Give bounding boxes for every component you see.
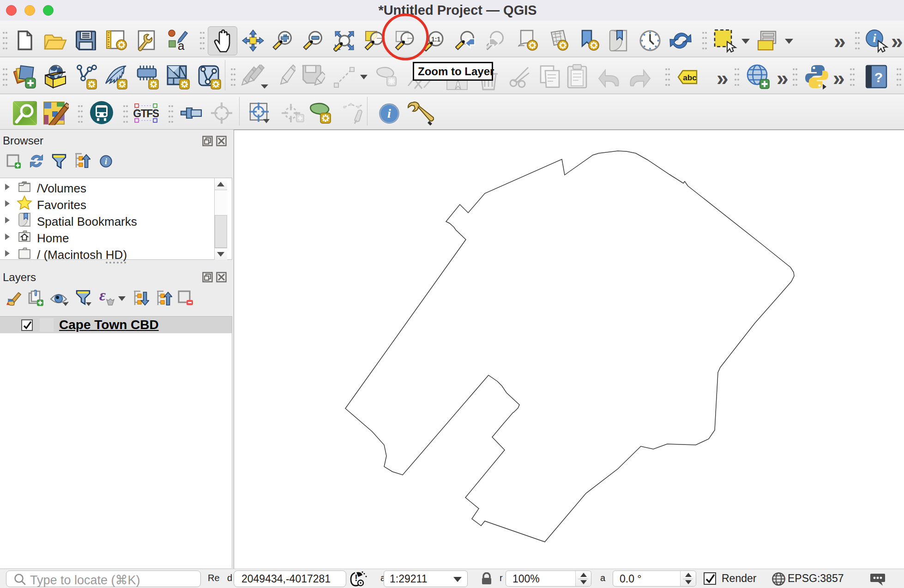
svg-text:GTFS: GTFS [133,108,159,120]
svg-text:!: ! [355,573,358,583]
svg-text:i: i [387,106,391,120]
svg-text:?: ? [874,70,883,85]
svg-text:abc: abc [683,73,696,82]
svg-text:i: i [873,31,876,45]
svg-text:ε: ε [99,289,106,304]
svg-text:i: i [105,157,107,166]
svg-text:1:1: 1:1 [431,36,440,43]
svg-text:a: a [178,39,185,51]
